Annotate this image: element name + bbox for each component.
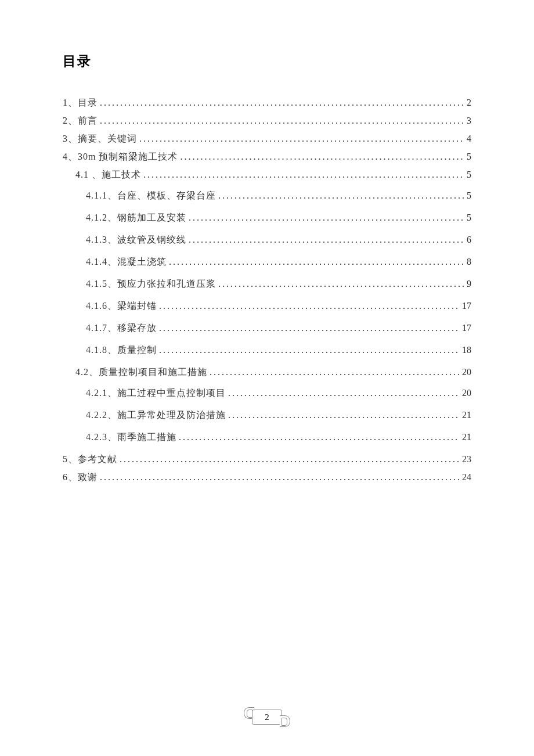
toc-entry: 1、目录2 [63, 98, 471, 107]
toc-label: 4.1.4、混凝土浇筑 [86, 257, 167, 267]
toc-entry: 3、摘要、关键词4 [63, 134, 471, 143]
toc-entry: 5、参考文献23 [63, 455, 471, 464]
toc-page-number: 5 [467, 191, 471, 200]
toc-page-number: 9 [467, 279, 471, 289]
toc-page-number: 20 [462, 388, 471, 398]
toc-entry: 4.1.8、质量控制 18 [63, 345, 471, 355]
toc-label: 4.1.6、梁端封锚 [86, 301, 157, 311]
page-footer: 2 [244, 707, 290, 727]
toc-entry: 4.1.1、台座、模板、存梁台座 5 [63, 191, 471, 200]
toc-entry: 6、致谢24 [63, 473, 471, 482]
toc-entry: 4.1 、施工技术5 [63, 170, 471, 179]
page-title: 目录 [63, 52, 471, 70]
toc-leader-dots [100, 116, 464, 125]
toc-entry: 4.1.7、移梁存放 17 [63, 323, 471, 333]
toc-leader-dots [210, 368, 460, 377]
toc-leader-dots [228, 388, 460, 398]
toc-page-number: 5 [467, 170, 471, 179]
toc-leader-dots [143, 170, 464, 179]
toc-label: 4.2.2、施工异常处理及防治措施 [86, 411, 226, 420]
toc-entry: 4.2.1、施工过程中重点控制项目 20 [63, 388, 471, 398]
toc-leader-dots [189, 213, 464, 222]
toc-label: 4.2.3、雨季施工措施 [86, 433, 176, 442]
toc-page-number: 18 [462, 345, 471, 355]
toc-page-number: 17 [462, 323, 471, 333]
toc-page-number: 20 [462, 368, 471, 377]
toc-page-number: 4 [467, 134, 471, 143]
toc-page-number: 6 [467, 235, 471, 244]
toc-label: 1、目录 [63, 98, 98, 107]
toc-leader-dots [189, 235, 464, 244]
toc-leader-dots [218, 191, 464, 200]
toc-entry: 2、前言3 [63, 116, 471, 125]
toc-entry: 4.2.2、施工异常处理及防治措施 21 [63, 411, 471, 420]
toc-page-number: 17 [462, 301, 471, 311]
toc-page-number: 23 [462, 455, 471, 464]
toc-label: 4.2.1、施工过程中重点控制项目 [86, 388, 226, 398]
toc-page-number: 3 [467, 116, 471, 125]
toc-leader-dots [120, 455, 460, 464]
toc-label: 3、摘要、关键词 [63, 134, 137, 143]
toc-leader-dots [159, 301, 460, 311]
toc-label: 4.2、质量控制项目和施工措施 [75, 368, 207, 377]
toc-leader-dots [179, 433, 460, 442]
toc-page-number: 21 [462, 433, 471, 442]
toc-entry: 4.2、质量控制项目和施工措施20 [63, 368, 471, 377]
page-number-scroll-icon: 2 [244, 707, 290, 727]
toc-leader-dots [100, 473, 460, 482]
toc-label: 6、致谢 [63, 473, 98, 482]
toc-label: 4.1.1、台座、模板、存梁台座 [86, 191, 216, 200]
toc-label: 5、参考文献 [63, 455, 117, 464]
toc-page-number: 24 [462, 473, 471, 482]
document-page: 目录 1、目录22、前言33、摘要、关键词44、30m 预制箱梁施工技术 54.… [0, 0, 534, 482]
toc-label: 4.1.2、钢筋加工及安装 [86, 213, 186, 222]
toc-label: 4.1.3、波纹管及钢绞线 [86, 235, 186, 244]
toc-page-number: 5 [467, 213, 471, 222]
toc-leader-dots [218, 279, 464, 289]
toc-page-number: 5 [467, 152, 471, 161]
toc-label: 2、前言 [63, 116, 98, 125]
toc-list: 1、目录22、前言33、摘要、关键词44、30m 预制箱梁施工技术 54.1 、… [63, 98, 471, 482]
toc-leader-dots [180, 152, 464, 161]
toc-entry: 4、30m 预制箱梁施工技术 5 [63, 152, 471, 161]
toc-label: 4.1.5、预应力张拉和孔道压浆 [86, 279, 216, 289]
toc-entry: 4.1.4、混凝土浇筑 8 [63, 257, 471, 267]
toc-entry: 4.1.5、预应力张拉和孔道压浆 9 [63, 279, 471, 289]
page-number: 2 [252, 710, 282, 725]
toc-entry: 4.1.3、波纹管及钢绞线 6 [63, 235, 471, 244]
scroll-right-icon [280, 715, 290, 727]
toc-label: 4.1 、施工技术 [75, 170, 141, 179]
toc-leader-dots [159, 323, 460, 333]
toc-label: 4.1.7、移梁存放 [86, 323, 157, 333]
toc-leader-dots [228, 411, 460, 420]
toc-label: 4、30m 预制箱梁施工技术 [63, 152, 178, 161]
toc-page-number: 8 [467, 257, 471, 267]
toc-leader-dots [100, 98, 464, 107]
toc-leader-dots [139, 134, 464, 143]
toc-page-number: 2 [467, 98, 471, 107]
toc-page-number: 21 [462, 411, 471, 420]
toc-leader-dots [169, 257, 464, 267]
toc-label: 4.1.8、质量控制 [86, 345, 157, 355]
toc-entry: 4.1.2、钢筋加工及安装 5 [63, 213, 471, 222]
toc-leader-dots [159, 345, 460, 355]
toc-entry: 4.2.3、雨季施工措施 21 [63, 433, 471, 442]
toc-entry: 4.1.6、梁端封锚 17 [63, 301, 471, 311]
